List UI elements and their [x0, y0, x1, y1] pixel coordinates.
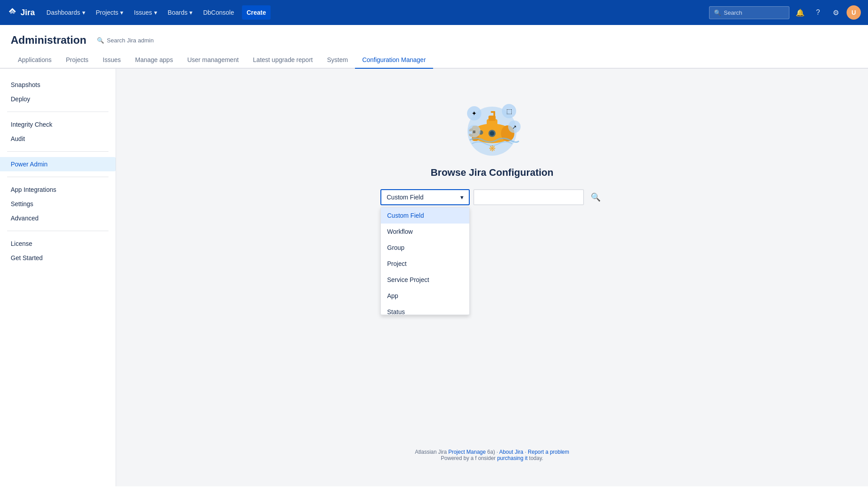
create-button[interactable]: Create	[242, 5, 271, 20]
footer-text-5: onsider	[478, 455, 497, 461]
dropdown-option-group[interactable]: Group	[381, 240, 469, 256]
page-title: Administration	[11, 34, 86, 46]
search-icon: 🔍	[714, 9, 721, 16]
tab-system[interactable]: System	[320, 52, 355, 69]
bell-icon: 🔔	[796, 8, 805, 17]
tab-projects[interactable]: Projects	[59, 52, 96, 69]
notifications-button[interactable]: 🔔	[793, 5, 807, 20]
admin-body: Snapshots Deploy Integrity Check Audit P…	[0, 69, 868, 486]
category-dropdown[interactable]: Custom Field ▾	[380, 189, 470, 205]
dropdown-option-status[interactable]: Status	[381, 304, 469, 315]
tab-applications[interactable]: Applications	[11, 52, 59, 69]
sidebar-item-app-integrations[interactable]: App Integrations	[0, 182, 116, 197]
footer-line-1: Atlassian Jira Project Manage 6a) · Abou…	[136, 449, 848, 455]
chevron-icon: ▾	[189, 9, 192, 16]
dropdown-option-project[interactable]: Project	[381, 256, 469, 272]
dropdown-option-app[interactable]: App	[381, 288, 469, 304]
sidebar-divider-2	[7, 151, 108, 152]
dropdown-option-workflow[interactable]: Workflow	[381, 224, 469, 240]
jira-logo[interactable]: Jira	[7, 7, 35, 18]
svg-text:❋: ❋	[489, 144, 496, 153]
sidebar-item-snapshots[interactable]: Snapshots	[0, 78, 116, 92]
sidebar-item-audit[interactable]: Audit	[0, 132, 116, 146]
svg-text:✦: ✦	[472, 110, 477, 117]
sidebar-item-deploy[interactable]: Deploy	[0, 92, 116, 106]
sidebar-group-4: App Integrations Settings Advanced	[0, 182, 116, 225]
sidebar-item-integrity-check[interactable]: Integrity Check	[0, 117, 116, 132]
page-footer: Atlassian Jira Project Manage 6a) · Abou…	[125, 431, 859, 468]
footer-link-report-problem[interactable]: Report a problem	[528, 449, 569, 455]
admin-tabs: Applications Projects Issues Manage apps…	[0, 52, 868, 69]
footer-link-purchasing[interactable]: purchasing it	[497, 455, 527, 461]
admin-wrapper: Administration 🔍 Search Jira admin Appli…	[0, 25, 868, 489]
sidebar-item-power-admin[interactable]: Power Admin	[0, 157, 116, 171]
sidebar-group-1: Snapshots Deploy	[0, 78, 116, 106]
navbar: Jira Dashboards ▾ Projects ▾ Issues ▾ Bo…	[0, 0, 868, 25]
settings-button[interactable]: ⚙	[829, 5, 843, 20]
dropdown-selected-value: Custom Field	[387, 194, 423, 201]
svg-text:↗: ↗	[512, 124, 517, 130]
global-search[interactable]: 🔍 Search	[709, 6, 789, 19]
svg-rect-7	[491, 111, 495, 113]
dropdown-option-custom-field[interactable]: Custom Field	[381, 207, 469, 224]
sidebar-item-get-started[interactable]: Get Started	[0, 251, 116, 265]
sidebar-group-3: Power Admin	[0, 157, 116, 171]
browse-controls: Custom Field ▾ 🔍 Custom Field Workflow G…	[380, 189, 604, 205]
tab-upgrade-report[interactable]: Latest upgrade report	[246, 52, 320, 69]
footer-text-4: Powered by a f	[441, 455, 476, 461]
browse-search-input[interactable]	[473, 189, 584, 205]
svg-text:⬚: ⬚	[506, 108, 512, 115]
dropdown-options-list: Custom Field Workflow Group Project Serv…	[381, 207, 469, 315]
sidebar: Snapshots Deploy Integrity Check Audit P…	[0, 69, 116, 486]
sidebar-group-5: License Get Started	[0, 236, 116, 265]
dropdown-menu: Custom Field Workflow Group Project Serv…	[380, 207, 470, 315]
logo-text: Jira	[21, 8, 35, 17]
footer-text-1: Atlassian Jira	[415, 449, 448, 455]
help-icon: ?	[816, 8, 820, 17]
nav-dbconsole[interactable]: DbConsole	[199, 5, 238, 20]
admin-search-label: Search Jira admin	[107, 37, 154, 44]
footer-text-6: today.	[529, 455, 543, 461]
sidebar-divider-3	[7, 177, 108, 177]
tab-manage-apps[interactable]: Manage apps	[128, 52, 180, 69]
nav-boards[interactable]: Boards ▾	[163, 5, 197, 20]
svg-text:≡: ≡	[473, 129, 476, 134]
chevron-icon: ▾	[82, 9, 85, 16]
search-icon: 🔍	[97, 37, 104, 44]
tab-issues[interactable]: Issues	[96, 52, 128, 69]
chevron-icon: ▾	[154, 9, 157, 16]
sidebar-item-settings[interactable]: Settings	[0, 197, 116, 211]
chevron-icon: ▾	[120, 9, 123, 16]
browse-search-button[interactable]: 🔍	[588, 189, 604, 205]
footer-line-2: Powered by a f onsider purchasing it tod…	[136, 455, 848, 461]
svg-point-9	[490, 131, 494, 136]
search-placeholder: Search	[724, 9, 742, 16]
sidebar-divider-4	[7, 231, 108, 231]
browse-title: Browse Jira Configuration	[430, 167, 553, 178]
chevron-down-icon: ▾	[460, 194, 463, 201]
sidebar-item-license[interactable]: License	[0, 236, 116, 251]
gear-icon: ⚙	[833, 8, 839, 17]
admin-search[interactable]: 🔍 Search Jira admin	[93, 35, 157, 46]
dropdown-option-service-project[interactable]: Service Project	[381, 272, 469, 288]
jira-illustration: ✦ ⬚ ≡ ↗ ❋	[456, 87, 528, 158]
footer-text-2: 6a) ·	[487, 449, 499, 455]
tab-configuration-manager[interactable]: Configuration Manager	[355, 52, 433, 69]
sidebar-item-advanced[interactable]: Advanced	[0, 211, 116, 225]
tab-user-management[interactable]: User management	[180, 52, 246, 69]
nav-projects[interactable]: Projects ▾	[92, 5, 128, 20]
main-content: ✦ ⬚ ≡ ↗ ❋ Browse Jira Configuration Cust…	[116, 69, 868, 486]
search-icon: 🔍	[591, 192, 601, 202]
nav-dashboards[interactable]: Dashboards ▾	[42, 5, 90, 20]
sidebar-group-2: Integrity Check Audit	[0, 117, 116, 146]
admin-header: Administration 🔍 Search Jira admin	[0, 25, 868, 46]
sidebar-divider-1	[7, 112, 108, 112]
footer-link-project-manage[interactable]: Project Manage	[448, 449, 486, 455]
help-button[interactable]: ?	[811, 5, 825, 20]
user-avatar[interactable]: U	[847, 5, 861, 20]
nav-issues[interactable]: Issues ▾	[129, 5, 161, 20]
footer-link-about-jira[interactable]: About Jira	[499, 449, 523, 455]
